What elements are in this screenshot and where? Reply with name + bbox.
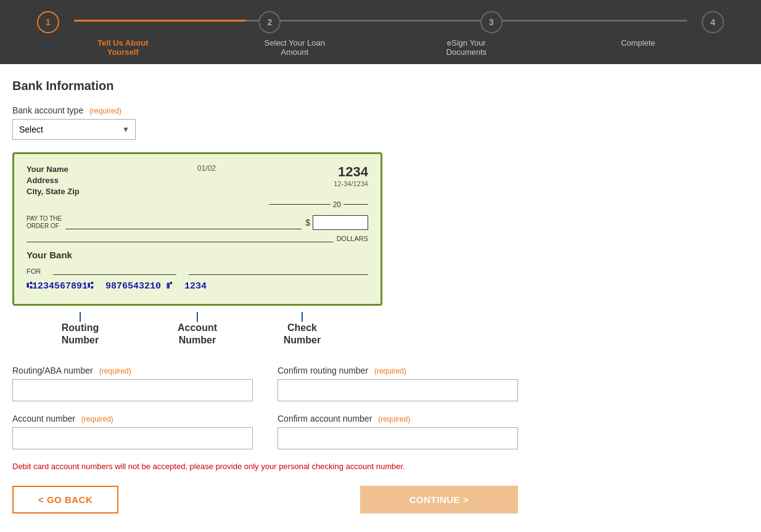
progress-bar-container: 1 2 3 4 Tell Us AboutYourself Select You… xyxy=(0,0,761,64)
step-1-label: Tell Us AboutYourself xyxy=(37,38,209,57)
check-number-label-group: CheckNumber xyxy=(265,312,339,348)
amount-box xyxy=(313,215,368,230)
confirm-routing-label: Confirm routing number (required) xyxy=(278,366,518,375)
date-underline xyxy=(269,204,331,205)
micr-check: 1234 xyxy=(184,281,207,292)
step-labels: Tell Us AboutYourself Select Your LoanAm… xyxy=(0,33,761,64)
step-2-circle: 2 xyxy=(258,11,281,33)
account-number-label-group: AccountNumber xyxy=(148,312,247,348)
step-3-circle: 3 xyxy=(480,11,503,33)
bank-account-type-label: Bank account type (required) xyxy=(12,105,518,115)
sig-line xyxy=(189,274,368,275)
dollar-box: $ xyxy=(305,215,368,230)
step-3-label: eSign YourDocuments xyxy=(380,38,553,57)
account-number-input[interactable] xyxy=(12,427,253,449)
check-micr-row: ⑆1234567891⑆ 9876543210 ⑈ 1234 xyxy=(27,281,368,292)
account-number-label: Account number (required) xyxy=(12,414,253,424)
confirm-account-input[interactable] xyxy=(278,427,518,449)
debit-warning: Debit card account numbers will not be a… xyxy=(12,462,407,471)
pay-line xyxy=(65,216,302,229)
routing-line xyxy=(80,312,81,322)
check-num-line xyxy=(302,312,303,322)
for-line xyxy=(53,274,176,275)
step-4: 4 xyxy=(702,11,724,33)
confirm-routing-input[interactable] xyxy=(278,379,518,401)
step-2: 2 xyxy=(258,11,281,33)
step-4-circle: 4 xyxy=(702,11,724,33)
pay-to-label: PAY TO THEORDER OF xyxy=(27,215,62,230)
check-number-area: 1234 12-34/1234 xyxy=(334,164,368,187)
check-date-line: 20 xyxy=(27,200,368,209)
step-1: 1 xyxy=(37,11,59,33)
dollars-underline xyxy=(27,242,333,242)
section-title: Bank Information xyxy=(12,79,518,93)
account-row: Account number (required) Confirm accoun… xyxy=(12,414,518,449)
micr-routing: ⑆1234567891⑆ xyxy=(27,281,93,292)
check-top-row: Your Name Address City, State Zip 01/02 … xyxy=(27,164,368,198)
check-date: 01/02 xyxy=(197,164,216,173)
routing-aba-field: Routing/ABA number (required) xyxy=(12,366,253,401)
buttons-row: < GO BACK CONTINUE > xyxy=(12,486,518,514)
confirm-account-label: Confirm account number (required) xyxy=(278,414,518,424)
confirm-account-field: Confirm account number (required) xyxy=(278,414,518,449)
routing-aba-input[interactable] xyxy=(12,379,253,401)
bank-account-type-select[interactable]: Select Checking Savings xyxy=(12,119,136,140)
step-2-label: Select Your LoanAmount xyxy=(209,38,381,57)
account-line xyxy=(197,312,198,322)
routing-number-label-group: RoutingNumber xyxy=(25,312,136,348)
check-for-row: FOR xyxy=(27,268,368,275)
check-number-label: CheckNumber xyxy=(284,322,321,348)
account-number-label: AccountNumber xyxy=(178,322,217,348)
progress-steps: 1 2 3 4 xyxy=(0,0,761,33)
bank-account-type-wrapper[interactable]: Select Checking Savings ▼ xyxy=(12,119,136,140)
check-pay-row: PAY TO THEORDER OF $ xyxy=(27,215,368,230)
check-diagram: Your Name Address City, State Zip 01/02 … xyxy=(12,152,382,306)
go-back-button[interactable]: < GO BACK xyxy=(12,486,118,514)
micr-account: 9876543210 ⑈ xyxy=(105,281,172,292)
progress-line-active xyxy=(74,20,246,22)
check-name-address: Your Name Address City, State Zip xyxy=(27,164,80,198)
routing-row: Routing/ABA number (required) Confirm ro… xyxy=(12,366,518,401)
step-1-circle: 1 xyxy=(37,11,59,33)
check-labels-row: RoutingNumber AccountNumber CheckNumber xyxy=(12,312,382,348)
account-number-field: Account number (required) xyxy=(12,414,253,449)
routing-aba-label: Routing/ABA number (required) xyxy=(12,366,253,375)
check-bank-name: Your Bank xyxy=(27,250,368,260)
confirm-routing-field: Confirm routing number (required) xyxy=(278,366,518,401)
routing-number-label: RoutingNumber xyxy=(62,322,99,348)
step-4-label: Complete xyxy=(553,38,725,57)
check-dollars-line: DOLLARS xyxy=(27,235,368,242)
main-content: Bank Information Bank account type (requ… xyxy=(0,64,530,528)
continue-button[interactable]: CONTINUE > xyxy=(360,486,518,514)
step-3: 3 xyxy=(480,11,503,33)
